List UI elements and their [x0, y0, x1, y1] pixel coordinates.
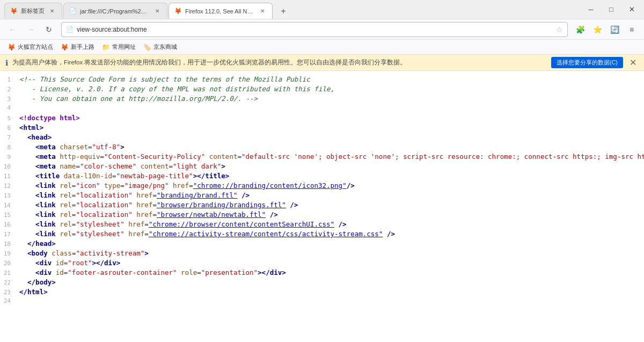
syntax-token: <head> — [27, 133, 52, 141]
extensions-button[interactable]: 🧩 — [572, 22, 588, 37]
syntax-token[interactable]: "browser/branding/brandings.ftl" — [157, 201, 286, 209]
bookmark-favicon: 🦊 — [61, 43, 69, 51]
title-bar-controls: ─ □ ✕ — [583, 3, 640, 17]
line-content: <link rel="localization" href="browser/b… — [19, 201, 298, 209]
forward-button[interactable]: → — [23, 22, 39, 37]
sync-button[interactable]: 🔄 — [606, 22, 623, 37]
line-number: 6 — [0, 125, 19, 132]
line-number: 1 — [0, 76, 19, 83]
syntax-token: "Content-Security-Policy" — [104, 152, 205, 161]
line-number: 21 — [0, 270, 19, 276]
source-line: 11 <title data-l10n-id="newtab-page-titl… — [0, 172, 644, 181]
line-content: <link rel="localization" href="branding/… — [19, 191, 250, 199]
syntax-token: <meta — [35, 143, 56, 151]
syntax-token: <link — [35, 210, 56, 219]
bookmark-item[interactable]: 🦊新手上路 — [57, 42, 98, 52]
syntax-token — [19, 152, 35, 161]
syntax-token: rel — [60, 220, 72, 228]
bookmark-item[interactable]: 📁常用网址 — [99, 42, 139, 52]
line-content: <link rel="localization" href="browser/n… — [19, 210, 278, 219]
bookmark-item[interactable]: 🦊火狐官方站点 — [4, 42, 56, 52]
bookmark-item[interactable]: 🏷️京东商城 — [140, 42, 180, 52]
syntax-token[interactable]: "chrome://browser/content/contentSearchU… — [149, 220, 334, 228]
line-number: 23 — [0, 289, 19, 296]
address-bar[interactable]: 📄 ☆ — [61, 22, 568, 37]
syntax-token[interactable]: "chrome://branding/content/icon32.png" — [193, 181, 347, 190]
syntax-token: "stylesheet" — [76, 220, 124, 228]
syntax-token — [52, 259, 56, 267]
syntax-token — [19, 278, 27, 286]
address-input[interactable] — [77, 26, 553, 33]
bookmark-star-icon[interactable]: ☆ — [556, 25, 563, 34]
syntax-token — [19, 249, 27, 257]
line-content: <link rel="stylesheet" href="chrome://br… — [19, 220, 347, 228]
syntax-token: - You can obtain one at http://mozilla.o… — [19, 94, 258, 103]
syntax-token[interactable]: "branding/brand.ftl" — [157, 191, 238, 199]
syntax-token: "localization" — [76, 210, 132, 219]
syntax-token: <div — [35, 259, 52, 267]
syntax-token[interactable]: "browser/newtab/newtab.ftl" — [157, 210, 266, 219]
info-close-button[interactable]: ✕ — [627, 59, 639, 67]
source-line: 4 — [0, 104, 644, 114]
line-number: 15 — [0, 212, 19, 219]
syntax-token: = — [169, 162, 173, 170]
syntax-token: href — [128, 230, 144, 238]
menu-button[interactable]: ≡ — [624, 22, 640, 37]
line-number: 20 — [0, 260, 19, 267]
tab-close-button[interactable]: ✕ — [48, 7, 56, 16]
source-line: 5<!doctype html> — [0, 114, 644, 123]
back-button[interactable]: ← — [4, 22, 20, 37]
syntax-token — [19, 191, 35, 199]
tab-title: jar:file:///C:/Program%20Files/M... — [80, 8, 150, 14]
syntax-token — [19, 201, 35, 209]
syntax-token: > — [221, 162, 225, 170]
line-number: 11 — [0, 173, 19, 180]
syntax-token — [52, 268, 56, 276]
line-number: 18 — [0, 241, 19, 248]
maximize-button[interactable]: □ — [603, 3, 619, 17]
syntax-token: content — [141, 162, 169, 170]
bookmark-favicon: 🦊 — [8, 43, 16, 51]
info-bar: ℹ 为提高用户体验，Firefox 将发送部分功能的使用情况给我们，用于进一步优… — [0, 55, 644, 71]
syntax-token: <title — [35, 172, 60, 180]
tab-title: 新标签页 — [21, 7, 45, 15]
syntax-token — [205, 152, 209, 161]
bookmark-button[interactable]: ⭐ — [589, 22, 605, 37]
syntax-token: "presentation" — [201, 268, 258, 276]
bookmarks-bar: 🦊火狐官方站点🦊新手上路📁常用网址🏷️京东商城 — [0, 40, 644, 55]
syntax-token: = — [197, 268, 201, 276]
syntax-token: ></title> — [193, 172, 230, 180]
syntax-token: ></div> — [258, 268, 286, 276]
browser-tab[interactable]: 🦊 新标签页 ✕ — [4, 3, 62, 19]
syntax-token: rel — [60, 191, 72, 199]
tab-close-button[interactable]: ✕ — [153, 7, 162, 16]
syntax-token — [136, 162, 141, 170]
refresh-button[interactable]: ↻ — [41, 22, 57, 37]
line-number: 4 — [0, 104, 19, 111]
toolbar-right: 🧩 ⭐ 🔄 ≡ — [572, 22, 640, 37]
syntax-token: href — [173, 181, 189, 190]
syntax-token: = — [100, 152, 105, 161]
tab-close-button[interactable]: ✕ — [258, 7, 267, 16]
tab-favicon: 🦊 — [174, 8, 182, 15]
syntax-token: "root" — [68, 259, 92, 267]
close-button[interactable]: ✕ — [624, 3, 640, 17]
browser-tab[interactable]: 📄 jar:file:///C:/Program%20Files/M... ✕ — [63, 3, 167, 19]
syntax-token: rel — [60, 210, 72, 219]
source-line: 16 <link rel="stylesheet" href="chrome:/… — [0, 220, 644, 230]
syntax-token: <link — [35, 181, 56, 190]
syntax-token — [19, 133, 27, 141]
syntax-token[interactable]: "chrome://activity-stream/content/css/ac… — [149, 230, 383, 238]
source-line: 18 </head> — [0, 239, 644, 249]
line-number: 7 — [0, 134, 19, 141]
share-data-button[interactable]: 选择您要分享的数据(C) — [551, 57, 623, 68]
line-content: <meta name="color-scheme" content="light… — [19, 162, 225, 170]
syntax-token: <!-- This Source Code Form is subject to… — [19, 75, 310, 83]
syntax-token — [177, 268, 181, 276]
source-line: 10 <meta name="color-scheme" content="li… — [0, 162, 644, 172]
syntax-token: <link — [35, 230, 56, 238]
browser-tab[interactable]: 🦊 Firefox 112.0, See All New Fe... ✕ — [169, 3, 273, 19]
minimize-button[interactable]: ─ — [583, 3, 599, 17]
new-tab-button[interactable]: + — [276, 4, 291, 19]
line-content: <meta http-equiv="Content-Security-Polic… — [19, 152, 644, 161]
